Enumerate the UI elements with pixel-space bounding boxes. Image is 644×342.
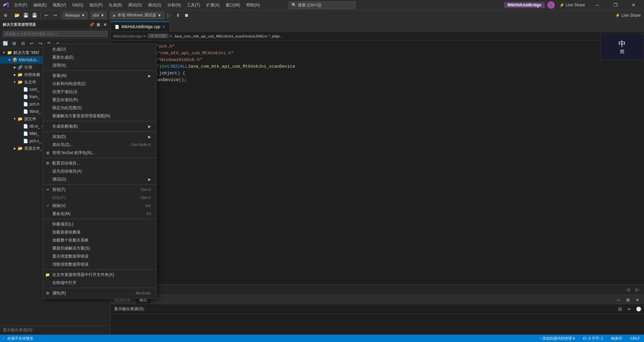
output-history-btn[interactable]: 🕐 [635,305,643,313]
menu-project[interactable]: 项目(P) [87,1,105,9]
code-line-6: ▶ (JNIEnv* , jobject ) { [132,70,635,77]
file-pchc-label: pch.c_ [30,139,41,143]
breadcrumb-func[interactable]: Java_com_mtk_api_usb_MtkUsbJni_scanDevic… [174,34,283,38]
toolbar-redo-btn[interactable]: ↪ [51,11,59,19]
toolbar-undo-btn[interactable]: ↩ [42,11,50,19]
sidebar-close-icon[interactable]: ✕ [102,22,108,27]
menu-build[interactable]: 生成(B) [106,1,125,9]
macro-jnicall: JNICALL [169,63,188,70]
arch-dropdown[interactable]: x64 ▼ [90,12,107,19]
minimize-button[interactable]: ─ [590,0,605,10]
editor-tab-main[interactable]: 📄 MtkHidUsbBridge.cpp ✕ [111,21,170,31]
ctx-open-explorer[interactable]: 📁 在文件资源管理器中打开文件夹(X) [43,271,156,279]
sidebar-tb-btn3[interactable]: ⊟ [19,39,27,47]
bottom-close-btn[interactable]: ✕ [633,296,641,304]
menu-edit[interactable]: 编辑(E) [31,1,49,9]
ctx-startup-config[interactable]: ⚙ 配置启动项目... [43,159,156,167]
ctx-cut[interactable]: ✂ 剪切(T) Ctrl+X [43,186,156,194]
toolbar-new-btn[interactable]: ⊕ [1,11,9,19]
solution-label: 解决方案 'Mtkl' [13,50,40,56]
output-wrap-btn[interactable]: ↵ [625,305,633,313]
main-toolbar: ⊕ 📂 💾 💾 ↩ ↪ Release ▼ x64 ▼ ▶ 本地 Windows… [0,10,644,20]
ctx-analyze[interactable]: 分析和代码清理(Z) [43,80,156,88]
ctx-wizard[interactable]: 类向导(Z)... Ctrl+Shift+X [43,141,156,149]
status-indent[interactable]: 制表符 [610,335,624,342]
status-add-source[interactable]: ↑ 添加到源代码管理 ▾ [538,335,576,342]
toolbar-live-share[interactable]: ⚡ Live Share [613,12,643,18]
bottom-minimize-btn[interactable]: ─ [614,296,623,304]
ctx-show-browse-err[interactable]: 显示浏览数据库错误 [43,252,156,260]
menu-view[interactable]: 视图(V) [50,1,69,9]
ctx-clean[interactable]: 清理(N) [43,61,156,69]
ctx-new-view[interactable]: 新建解决方案资源管理器视图(N) [43,112,156,120]
ctx-scope[interactable]: 限定为此范围(S) [43,104,156,112]
status-location[interactable]: 行: 8 字节: 2 [582,335,605,342]
ctx-add[interactable]: 添加(D) ▶ [43,133,156,141]
ctx-view[interactable]: 查看(W) ▶ [43,72,156,80]
menu-help[interactable]: 帮助(H) [244,1,263,9]
config-dropdown[interactable]: Release ▼ [63,12,88,19]
sidebar-expand-icon[interactable]: ⊞ [96,22,101,27]
sidebar-tb-btn2[interactable]: ⊞ [10,39,18,47]
sidebar-search-input[interactable] [3,31,108,37]
sidebar-tb-btn4[interactable]: ↩ [28,39,36,47]
code-line-5: ▶ JNIEXPORT jint JNICALL Java_com_mtk_ap… [132,63,635,70]
menu-git[interactable]: Git(G) [69,2,86,8]
toolbar-pause-btn[interactable]: ⏸ [174,11,182,19]
breadcrumb-item1[interactable]: MtkHidUsbBridge [113,34,142,38]
ctx-debug[interactable]: 调试(G) ▶ [43,175,156,183]
ctx-deps[interactable]: 生成依赖项(B) ▶ [43,122,156,130]
status-encoding[interactable]: CRLF [629,335,641,342]
menu-extensions[interactable]: 扩展(X) [204,1,222,9]
run-dropdown-arrow: ▼ [158,13,162,18]
ctx-add-label: 添加(D) [52,134,66,140]
ctx-open-terminal[interactable]: 在终端中打开 [43,279,156,287]
run-debugger-button[interactable]: ▶ 本地 Windows 调试器 ▼ [110,12,164,19]
ctx-clear-browse-err[interactable]: 清除浏览数据库错误 [43,260,156,268]
live-share-button[interactable]: ⚡ Live Share [557,2,587,8]
sidebar-pin-icon[interactable]: 📌 [89,22,94,27]
ctx-add-all-dep[interactable]: 加载整个依赖关系树 [43,236,156,244]
ctx-remove[interactable]: ✕ 移除(V) Del [43,202,156,210]
restore-button[interactable]: ❐ [608,0,623,10]
output-filter-btn[interactable]: ⊟ [616,305,624,313]
toolbar-open-btn[interactable]: 📂 [13,11,21,19]
ctx-unload[interactable]: 卸载项目(L) [43,220,156,228]
ctx-set-startup[interactable]: 设为启动项目(A) [43,167,156,175]
menu-analyze[interactable]: 分析(N) [165,1,184,9]
ctx-rename[interactable]: 重命名(M) F2 [43,210,156,218]
find-prev-btn[interactable]: ◁ [624,286,632,294]
bottom-expand-btn[interactable]: ⊞ [624,296,632,304]
tab-close-icon[interactable]: ✕ [162,25,165,29]
toolbar-saveall-btn[interactable]: 💾 [31,11,39,19]
remove-icon: ✕ [45,203,50,208]
menu-tools[interactable]: 工具(T) [184,1,203,9]
menu-test[interactable]: 测试(S) [145,1,164,9]
breadcrumb-scope[interactable]: (全局范围) [148,33,169,39]
status-source-control[interactable]: ↑ [3,336,5,340]
file-h-icon1: 📄 [23,87,28,92]
ctx-add-direct-dep[interactable]: 加载直接依赖项 [43,228,156,236]
ctx-only-project[interactable]: 仅用于项目(J) [43,88,156,96]
close-button[interactable]: ✕ [626,0,641,10]
ctx-rescan[interactable]: 重新扫描解决方案(S) [43,244,156,252]
editor-vscrollbar[interactable] [640,41,644,284]
sidebar-tb-btn1[interactable]: 🔄 [1,39,9,47]
ctx-build[interactable]: 生成(U) [43,45,156,53]
scope-selector[interactable]: (全局范围) [148,33,169,38]
toolbar-stop-btn[interactable]: ⏹ [182,11,191,19]
find-next-btn[interactable]: ▷ [633,286,641,294]
toolbar-live-share-icon: ⚡ [615,13,620,18]
toolbar-save-btn[interactable]: 💾 [22,11,30,19]
ctx-retarget[interactable]: 重定向项目(R) [43,96,156,104]
global-search-box[interactable]: 🔍 搜索 (Ctrl+Q) [288,1,356,9]
ctx-properties[interactable]: ⚙ 属性(R) Alt+Enter [43,289,156,297]
ctx-nuget[interactable]: ⊞ 管理 NuGet 程序包(N)... [43,149,156,157]
toolbar-continue-btn[interactable]: ▷ [165,11,173,19]
code-editor[interactable]: ▶ #include "pch.h" #include "com_mtk_api… [127,41,640,284]
menu-debug[interactable]: 调试(D) [125,1,145,9]
ctx-rebuild[interactable]: 重新生成(E) [43,53,156,61]
user-avatar[interactable]: 👤 [547,1,555,9]
menu-file[interactable]: 文件(F) [11,1,30,9]
menu-window[interactable]: 窗口(W) [223,1,243,9]
